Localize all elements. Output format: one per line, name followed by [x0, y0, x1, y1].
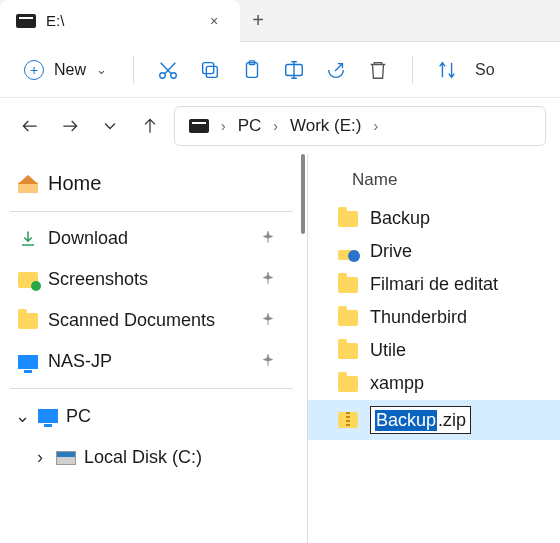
- list-item[interactable]: Filmari de editat: [308, 268, 560, 301]
- chevron-down-icon: ⌄: [96, 62, 107, 77]
- sidebar-pc[interactable]: ⌄ PC: [14, 395, 307, 437]
- list-item-renaming[interactable]: Backup.zip: [308, 400, 560, 440]
- arrow-up-icon: [140, 116, 160, 136]
- list-item[interactable]: Thunderbird: [308, 301, 560, 334]
- rename-button[interactable]: [276, 52, 312, 88]
- arrow-right-icon: [60, 116, 80, 136]
- title-bar: E:\ × +: [0, 0, 560, 42]
- folder-check-icon: [18, 272, 38, 288]
- chevron-right-icon: ›: [373, 118, 378, 134]
- sidebar-item-label: Home: [48, 172, 101, 195]
- file-name: Thunderbird: [370, 307, 467, 328]
- copy-button[interactable]: [192, 52, 228, 88]
- file-name: Drive: [370, 241, 412, 262]
- pin-icon: [261, 310, 275, 331]
- sidebar-local-disk[interactable]: › Local Disk (C:): [14, 437, 307, 478]
- list-item[interactable]: Backup: [308, 202, 560, 235]
- cut-button[interactable]: [150, 52, 186, 88]
- svg-rect-3: [203, 62, 214, 73]
- monitor-icon: [18, 355, 38, 369]
- download-icon: [18, 230, 38, 248]
- list-item[interactable]: Drive: [308, 235, 560, 268]
- chevron-down-icon: [100, 116, 120, 136]
- collapse-icon[interactable]: ⌄: [14, 405, 30, 427]
- up-button[interactable]: [134, 110, 166, 142]
- svg-point-0: [160, 72, 166, 78]
- folder-icon: [18, 313, 38, 329]
- sidebar-item-scanned[interactable]: Scanned Documents: [14, 300, 307, 341]
- clipboard-icon: [241, 59, 263, 81]
- column-header-name[interactable]: Name: [308, 162, 560, 202]
- new-button[interactable]: + New ⌄: [14, 54, 117, 86]
- sidebar-home[interactable]: Home: [14, 162, 307, 205]
- sidebar-item-label: PC: [66, 406, 91, 427]
- sidebar-item-label: Local Disk (C:): [84, 447, 202, 468]
- pin-icon: [261, 269, 275, 290]
- separator: [10, 388, 293, 389]
- list-item[interactable]: xampp: [308, 367, 560, 400]
- rename-extension: .zip: [437, 410, 466, 431]
- folder-icon: [338, 211, 358, 227]
- rename-input[interactable]: Backup.zip: [370, 406, 471, 434]
- file-name: Filmari de editat: [370, 274, 498, 295]
- recent-button[interactable]: [94, 110, 126, 142]
- sidebar: Home Download Screenshots Scanned Docume…: [0, 154, 308, 543]
- folder-icon: [338, 376, 358, 392]
- monitor-icon: [38, 409, 58, 423]
- window-tab[interactable]: E:\ ×: [0, 0, 240, 42]
- breadcrumb-seg[interactable]: PC: [238, 116, 262, 136]
- sort-button[interactable]: [429, 52, 465, 88]
- main-area: Home Download Screenshots Scanned Docume…: [0, 154, 560, 543]
- chevron-right-icon: ›: [221, 118, 226, 134]
- pin-icon: [261, 351, 275, 372]
- sort-icon: [436, 59, 458, 81]
- home-icon: [18, 175, 38, 193]
- separator: [133, 56, 134, 84]
- new-button-label: New: [54, 61, 86, 79]
- folder-icon: [338, 343, 358, 359]
- sidebar-item-label: NAS-JP: [48, 351, 112, 372]
- pin-icon: [261, 228, 275, 249]
- file-name: xampp: [370, 373, 424, 394]
- address-bar[interactable]: › PC › Work (E:) ›: [174, 106, 546, 146]
- scissors-icon: [157, 59, 179, 81]
- expand-icon[interactable]: ›: [32, 447, 48, 468]
- separator: [10, 211, 293, 212]
- scrollbar[interactable]: [299, 154, 307, 543]
- copy-icon: [199, 59, 221, 81]
- sort-label: So: [471, 61, 495, 79]
- forward-button[interactable]: [54, 110, 86, 142]
- scrollbar-thumb[interactable]: [301, 154, 305, 234]
- drive-icon: [16, 14, 36, 28]
- disk-icon: [56, 451, 76, 465]
- share-icon: [325, 59, 347, 81]
- sidebar-item-screenshots[interactable]: Screenshots: [14, 259, 307, 300]
- file-name: Backup: [370, 208, 430, 229]
- sidebar-item-download[interactable]: Download: [14, 218, 307, 259]
- close-tab-icon[interactable]: ×: [204, 11, 224, 31]
- rename-icon: [283, 59, 305, 81]
- new-tab-button[interactable]: +: [240, 9, 276, 32]
- file-list: Name Backup Drive Filmari de editat Thun…: [308, 154, 560, 543]
- sidebar-item-nas[interactable]: NAS-JP: [14, 341, 307, 382]
- plus-icon: +: [24, 60, 44, 80]
- paste-button[interactable]: [234, 52, 270, 88]
- sidebar-item-label: Scanned Documents: [48, 310, 215, 331]
- folder-icon: [338, 277, 358, 293]
- rename-selection: Backup: [375, 410, 437, 431]
- sidebar-item-label: Download: [48, 228, 128, 249]
- chevron-right-icon: ›: [273, 118, 278, 134]
- list-item[interactable]: Utile: [308, 334, 560, 367]
- trash-icon: [367, 59, 389, 81]
- share-button[interactable]: [318, 52, 354, 88]
- tab-title: E:\: [46, 12, 194, 29]
- folder-icon: [338, 310, 358, 326]
- delete-button[interactable]: [360, 52, 396, 88]
- nav-bar: › PC › Work (E:) ›: [0, 98, 560, 154]
- separator: [412, 56, 413, 84]
- svg-rect-2: [206, 66, 217, 77]
- arrow-left-icon: [20, 116, 40, 136]
- breadcrumb-seg[interactable]: Work (E:): [290, 116, 361, 136]
- back-button[interactable]: [14, 110, 46, 142]
- toolbar: + New ⌄ So: [0, 42, 560, 98]
